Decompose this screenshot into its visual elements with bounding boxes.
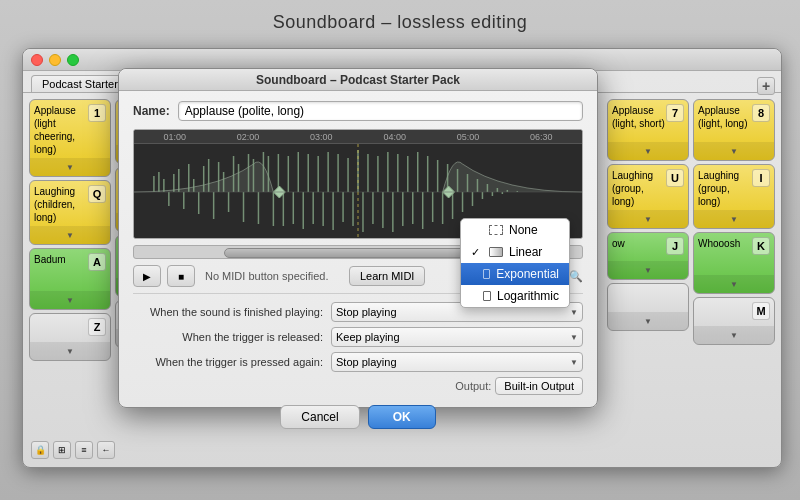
grid-view-icon[interactable]: ⊞ — [53, 441, 71, 459]
sound-btn-z[interactable]: Z ▼ — [29, 313, 111, 361]
sound-key: M — [752, 302, 770, 320]
name-row: Name: — [133, 101, 583, 121]
arrow-left-icon[interactable]: ← — [97, 441, 115, 459]
sound-label: ow — [612, 237, 666, 250]
ok-button[interactable]: OK — [368, 405, 436, 429]
sound-key: 7 — [666, 104, 684, 122]
play-button[interactable]: ▶ — [133, 265, 161, 287]
setting-label-1: When the sound is finished playing: — [133, 306, 323, 318]
sound-btn-dropdown[interactable]: ▼ — [694, 210, 774, 228]
sound-label: Whooosh — [698, 237, 752, 250]
sound-key: J — [666, 237, 684, 255]
sound-btn-dropdown[interactable]: ▼ — [608, 142, 688, 160]
menu-label-exponential: Exponential — [496, 267, 559, 281]
sound-btn-empty1[interactable]: ▼ — [607, 283, 689, 331]
stop-button[interactable]: ■ — [167, 265, 195, 287]
lock-icon[interactable]: 🔒 — [31, 441, 49, 459]
sound-btn-badum[interactable]: Badum A ▼ — [29, 248, 111, 310]
logarithmic-icon — [483, 291, 491, 301]
dialog-title-bar: Soundboard – Podcast Starter Pack — [119, 69, 597, 91]
sound-label: Badum — [34, 253, 88, 266]
page-title: Soundboard – lossless editing — [0, 0, 800, 41]
checkmark-linear: ✓ — [471, 246, 483, 259]
none-icon — [489, 225, 503, 235]
sound-btn-applause-short[interactable]: Applause (light, short) 7 ▼ — [607, 99, 689, 161]
setting-row-2: When the trigger is released: Keep playi… — [133, 327, 583, 347]
output-value: Built-in Output — [495, 377, 583, 395]
sound-key: Z — [88, 318, 106, 336]
play-icon: ▶ — [143, 271, 151, 282]
sound-key: U — [666, 169, 684, 187]
sound-key: K — [752, 237, 770, 255]
minimize-button[interactable] — [49, 54, 61, 66]
sound-btn-dropdown[interactable]: ▼ — [694, 142, 774, 160]
scroll-thumb[interactable] — [224, 248, 493, 258]
sound-btn-dropdown[interactable]: ▼ — [608, 312, 688, 330]
sound-key: A — [88, 253, 106, 271]
learn-midi-button[interactable]: Learn MIDI — [349, 266, 425, 286]
name-label: Name: — [133, 104, 170, 118]
maximize-button[interactable] — [67, 54, 79, 66]
select-arrow-icon: ▼ — [570, 308, 578, 317]
menu-label-logarithmic: Logarithmic — [497, 289, 559, 303]
output-label: Output: — [455, 380, 491, 392]
sound-key: Q — [88, 185, 106, 203]
sound-btn-laughing-group-u[interactable]: Laughing (group, long) U ▼ — [607, 164, 689, 229]
sound-btn-dropdown[interactable]: ▼ — [30, 226, 110, 244]
dialog-footer: Cancel OK — [133, 405, 583, 429]
dialog-title-text: Soundboard – Podcast Starter Pack — [256, 73, 460, 87]
sound-btn-ow[interactable]: ow J ▼ — [607, 232, 689, 280]
select-arrow-icon: ▼ — [570, 358, 578, 367]
time-tick: 02:00 — [211, 132, 284, 142]
zoom-in-icon: 🔍 — [569, 270, 583, 283]
sound-label: Laughing (children, long) — [34, 185, 88, 224]
sound-key: 1 — [88, 104, 106, 122]
select-arrow-icon: ▼ — [570, 333, 578, 342]
sound-btn-dropdown[interactable]: ▼ — [608, 261, 688, 279]
midi-status: No MIDI button specified. — [201, 270, 343, 282]
add-sound-button[interactable]: + — [757, 77, 775, 95]
sound-btn-dropdown[interactable]: ▼ — [694, 275, 774, 293]
menu-item-linear[interactable]: ✓ Linear — [461, 241, 569, 263]
sound-btn-dropdown[interactable]: ▼ — [608, 210, 688, 228]
setting-label-2: When the trigger is released: — [133, 331, 323, 343]
menu-item-logarithmic[interactable]: Logarithmic — [461, 285, 569, 307]
setting-value-1: Stop playing — [336, 306, 397, 318]
sound-label: Laughing (group, long) — [698, 169, 752, 208]
sound-btn-laughing-children[interactable]: Laughing (children, long) Q ▼ — [29, 180, 111, 245]
sound-key: I — [752, 169, 770, 187]
menu-label-none: None — [509, 223, 538, 237]
setting-select-3[interactable]: Stop playing ▼ — [331, 352, 583, 372]
exponential-icon — [483, 269, 491, 279]
time-tick: 01:00 — [138, 132, 211, 142]
time-tick: 03:00 — [285, 132, 358, 142]
menu-item-none[interactable]: None — [461, 219, 569, 241]
sound-btn-dropdown[interactable]: ▼ — [694, 326, 774, 344]
linear-icon — [489, 247, 503, 257]
sound-label: Applause (light cheering, long) — [34, 104, 88, 156]
sound-btn-whooosh[interactable]: Whooosh K ▼ — [693, 232, 775, 294]
sound-btn-dropdown[interactable]: ▼ — [30, 291, 110, 309]
setting-value-3: Stop playing — [336, 356, 397, 368]
sound-key: 8 — [752, 104, 770, 122]
cancel-button[interactable]: Cancel — [280, 405, 359, 429]
name-input[interactable] — [178, 101, 583, 121]
close-button[interactable] — [31, 54, 43, 66]
timebar: 01:00 02:00 03:00 04:00 05:00 06:30 — [134, 130, 582, 144]
list-view-icon[interactable]: ≡ — [75, 441, 93, 459]
setting-select-2[interactable]: Keep playing ▼ — [331, 327, 583, 347]
menu-label-linear: Linear — [509, 245, 542, 259]
stop-icon: ■ — [178, 271, 184, 282]
bottom-toolbar: 🔒 ⊞ ≡ ← — [31, 441, 115, 459]
sound-label: Laughing (group, long) — [612, 169, 666, 208]
time-tick: 06:30 — [505, 132, 578, 142]
time-tick: 04:00 — [358, 132, 431, 142]
sound-btn-dropdown[interactable]: ▼ — [30, 342, 110, 360]
right-sound-grid: Applause (light, short) 7 ▼ Laughing (gr… — [607, 99, 775, 345]
sound-btn-m[interactable]: M ▼ — [693, 297, 775, 345]
sound-btn-laughing-group-i[interactable]: Laughing (group, long) I ▼ — [693, 164, 775, 229]
sound-btn-applause-long[interactable]: Applause (light, long) 8 ▼ — [693, 99, 775, 161]
menu-item-exponential[interactable]: Exponential — [461, 263, 569, 285]
sound-btn-dropdown[interactable]: ▼ — [30, 158, 110, 176]
sound-btn-applause-light[interactable]: Applause (light cheering, long) 1 ▼ — [29, 99, 111, 177]
